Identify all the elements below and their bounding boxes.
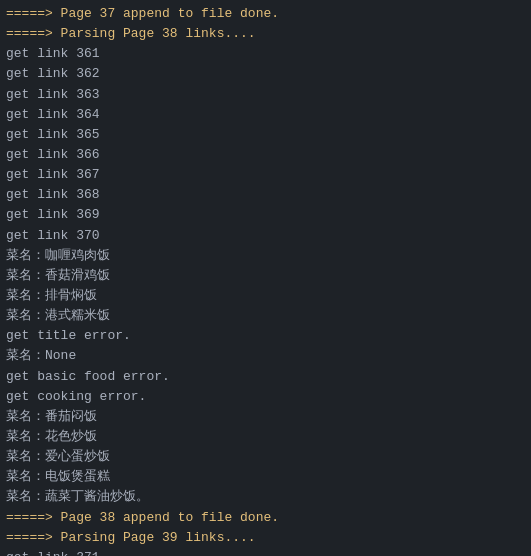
- terminal-line: get link 362: [6, 64, 525, 84]
- terminal-line: 菜名：电饭煲蛋糕: [6, 467, 525, 487]
- terminal-line: get link 364: [6, 105, 525, 125]
- terminal-line: =====> Page 38 append to file done.: [6, 508, 525, 528]
- terminal-line: 菜名：爱心蛋炒饭: [6, 447, 525, 467]
- terminal-line: get cooking error.: [6, 387, 525, 407]
- terminal-line: 菜名：咖喱鸡肉饭: [6, 246, 525, 266]
- terminal-line: get link 368: [6, 185, 525, 205]
- terminal-line: get link 363: [6, 85, 525, 105]
- terminal-line: 菜名：香菇滑鸡饭: [6, 266, 525, 286]
- terminal-line: 菜名：None: [6, 346, 525, 366]
- terminal-line: 菜名：花色炒饭: [6, 427, 525, 447]
- terminal-line: 菜名：番茄闷饭: [6, 407, 525, 427]
- terminal-line: 菜名：港式糯米饭: [6, 306, 525, 326]
- terminal-line: get link 366: [6, 145, 525, 165]
- terminal-line: =====> Page 37 append to file done.: [6, 4, 525, 24]
- terminal-line: =====> Parsing Page 39 links....: [6, 528, 525, 548]
- terminal-line: get link 361: [6, 44, 525, 64]
- terminal-line: get link 371: [6, 548, 525, 556]
- terminal-line: 菜名：蔬菜丁酱油炒饭。: [6, 487, 525, 507]
- terminal-line: get link 365: [6, 125, 525, 145]
- terminal-line: get link 367: [6, 165, 525, 185]
- terminal-line: 菜名：排骨焖饭: [6, 286, 525, 306]
- terminal-line: get title error.: [6, 326, 525, 346]
- terminal-window: =====> Page 37 append to file done.=====…: [0, 0, 531, 556]
- terminal-line: =====> Parsing Page 38 links....: [6, 24, 525, 44]
- terminal-line: get link 370: [6, 226, 525, 246]
- terminal-line: get basic food error.: [6, 367, 525, 387]
- terminal-line: get link 369: [6, 205, 525, 225]
